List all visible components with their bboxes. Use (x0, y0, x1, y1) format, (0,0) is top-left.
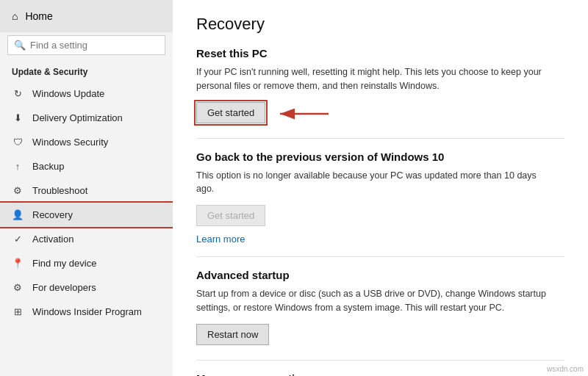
sidebar-item-troubleshoot[interactable]: ⚙ Troubleshoot (0, 178, 173, 203)
advanced-startup-section: Advanced startup Start up from a device … (196, 269, 564, 348)
sidebar-section-title: Update & Security (0, 61, 173, 82)
sidebar-item-label: Windows Update (32, 88, 104, 99)
sidebar-item-for-developers[interactable]: ⚙ For developers (0, 275, 173, 300)
advanced-startup-title: Advanced startup (196, 269, 564, 281)
search-input[interactable] (30, 40, 159, 51)
sidebar-item-find-my-device[interactable]: 📍 Find my device (0, 251, 173, 275)
troubleshoot-icon: ⚙ (12, 185, 24, 196)
reset-pc-section: Reset this PC If your PC isn't running w… (196, 47, 564, 126)
sidebar-item-label: Find my device (32, 258, 96, 269)
reset-pc-get-started-button[interactable]: Get started (196, 102, 265, 123)
sidebar-item-backup[interactable]: ↑ Backup (0, 154, 173, 178)
sidebar-item-windows-update[interactable]: ↻ Windows Update (0, 82, 173, 106)
page-title: Recovery (196, 15, 564, 34)
sidebar-item-label: For developers (32, 282, 96, 293)
divider-1 (196, 138, 564, 139)
recovery-icon: 👤 (12, 209, 24, 220)
advanced-startup-desc: Start up from a device or disc (such as … (196, 287, 549, 315)
sidebar-item-label: Windows Security (32, 137, 108, 148)
developers-icon: ⚙ (12, 282, 24, 293)
divider-3 (196, 360, 564, 361)
sidebar-item-activation[interactable]: ✓ Activation (0, 227, 173, 251)
arrow-annotation (271, 103, 330, 125)
restart-now-button[interactable]: Restart now (196, 324, 269, 345)
more-recovery-section: More recovery options (196, 372, 564, 377)
sidebar: ⌂ Home 🔍 Update & Security ↻ Windows Upd… (0, 0, 173, 376)
learn-more-link[interactable]: Learn more (196, 234, 245, 245)
home-label: Home (25, 10, 52, 22)
reset-pc-title: Reset this PC (196, 47, 564, 59)
search-icon: 🔍 (14, 40, 26, 51)
sidebar-item-label: Backup (32, 161, 64, 172)
go-back-section: Go back to the previous version of Windo… (196, 151, 564, 245)
sidebar-item-label: Delivery Optimization (32, 112, 123, 123)
search-box: 🔍 (7, 35, 165, 55)
sidebar-item-label: Windows Insider Program (32, 306, 142, 317)
find-device-icon: 📍 (12, 258, 24, 269)
more-recovery-title: More recovery options (196, 372, 564, 377)
delivery-icon: ⬇ (12, 112, 24, 123)
home-icon: ⌂ (12, 10, 18, 22)
get-started-wrap: Get started (196, 102, 564, 126)
go-back-desc: This option is no longer available becau… (196, 169, 549, 197)
security-icon: 🛡 (12, 137, 24, 148)
go-back-title: Go back to the previous version of Windo… (196, 151, 564, 163)
sidebar-item-label: Troubleshoot (32, 185, 87, 196)
sidebar-item-windows-security[interactable]: 🛡 Windows Security (0, 130, 173, 154)
watermark: wsxdn.com (547, 365, 584, 373)
sidebar-item-recovery[interactable]: 👤 Recovery (0, 203, 173, 227)
insider-icon: ⊞ (12, 306, 24, 317)
divider-2 (196, 256, 564, 257)
sidebar-item-label: Recovery (32, 209, 73, 220)
sidebar-item-delivery-optimization[interactable]: ⬇ Delivery Optimization (0, 106, 173, 130)
go-back-get-started-button[interactable]: Get started (196, 205, 265, 226)
activation-icon: ✓ (12, 234, 24, 245)
windows-update-icon: ↻ (12, 88, 24, 99)
backup-icon: ↑ (12, 161, 24, 172)
sidebar-item-home[interactable]: ⌂ Home (0, 0, 173, 32)
main-content: Recovery Reset this PC If your PC isn't … (173, 0, 588, 376)
sidebar-item-label: Activation (32, 234, 74, 245)
reset-pc-desc: If your PC isn't running well, resetting… (196, 65, 549, 93)
sidebar-item-windows-insider[interactable]: ⊞ Windows Insider Program (0, 300, 173, 324)
